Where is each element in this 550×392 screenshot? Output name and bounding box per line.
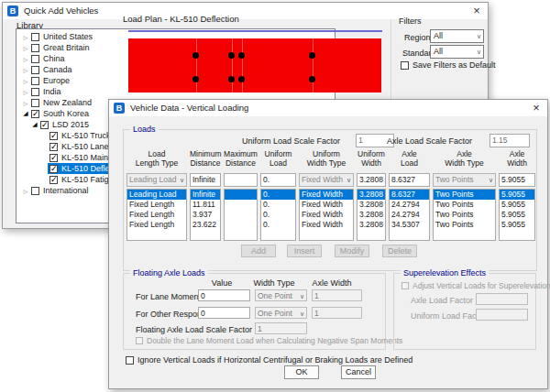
save-filters-checkbox[interactable]	[401, 61, 409, 70]
grid-cell[interactable]: Fixed Length	[127, 220, 186, 230]
region-value: All	[434, 31, 443, 40]
axle-dot	[238, 52, 245, 59]
grid-cell[interactable]	[225, 220, 257, 230]
tree-checkbox[interactable]: ✓	[40, 121, 49, 129]
ignore-vertical-loads-checkbox[interactable]	[126, 356, 134, 365]
grid-cell[interactable]: 24.2794	[390, 210, 429, 220]
grid-cell[interactable]	[225, 190, 257, 200]
grid-cell[interactable]: 3.2808	[358, 210, 385, 220]
grid-cell[interactable]: Fixed Width	[300, 190, 353, 200]
edit-row-combobox[interactable]: Fixed Width∨	[299, 173, 354, 187]
axle-scale-label: Axle Load Scale Factor	[373, 136, 472, 146]
expand-arrow-icon[interactable]: ▷	[22, 56, 29, 62]
save-filters-label: Save Filters as Default	[412, 60, 496, 70]
insert-button: Insert	[287, 245, 322, 257]
other-responses-value-input[interactable]: 0	[198, 307, 250, 319]
tree-checkbox[interactable]: ✓	[31, 110, 39, 118]
tree-checkbox[interactable]	[31, 66, 39, 74]
grid-cell[interactable]: Fixed Width	[300, 220, 353, 230]
tree-checkbox[interactable]	[31, 55, 39, 63]
superelevation-group: Superelevation Effects Adjust Vertical L…	[393, 273, 536, 350]
tree-item-core: ✓LSD 2015	[38, 119, 91, 130]
expand-arrow-icon[interactable]: ▷	[22, 89, 29, 95]
grid-cell[interactable]: Fixed Length	[127, 210, 186, 220]
grid-cell[interactable]: Two Points	[434, 210, 495, 220]
grid-cell[interactable]: Leading Load	[127, 190, 186, 200]
tree-checkbox[interactable]: ✓	[50, 154, 58, 162]
region-select[interactable]: All ∨	[430, 29, 484, 43]
expand-arrow-icon[interactable]: ▷	[22, 34, 29, 40]
grid-cell[interactable]: 5.9055	[500, 200, 534, 210]
grid-cell[interactable]: 0.	[261, 220, 295, 230]
grid-cell[interactable]: 5.9055	[500, 210, 534, 220]
grid-cell[interactable]: 8.6327	[390, 190, 429, 200]
tree-checkbox[interactable]: ✓	[50, 143, 58, 151]
tree-checkbox[interactable]: ✓	[50, 176, 58, 184]
tree-checkbox[interactable]	[31, 187, 39, 195]
grid-cell[interactable]: Fixed Width	[300, 210, 353, 220]
grid-cell[interactable]: Fixed Length	[127, 200, 186, 210]
grid-cell[interactable]: 3.2808	[358, 190, 385, 200]
grid-cell[interactable]: Two Points	[434, 200, 495, 210]
grid-cell[interactable]: 11.811	[191, 200, 220, 210]
edit-row-field[interactable]: 5.9055	[499, 173, 535, 187]
grid-cell[interactable]: 24.2794	[390, 200, 429, 210]
grid-cell[interactable]: 0.	[261, 190, 295, 200]
grid-cell[interactable]: 3.2808	[358, 200, 385, 210]
grid-cell[interactable]: 0.	[261, 210, 295, 220]
edit-row-field[interactable]: 0.	[260, 173, 296, 187]
edit-row-field[interactable]: 3.2808	[357, 173, 386, 187]
other-responses-width-type-select: One Point ∨	[255, 307, 307, 319]
expand-arrow-icon[interactable]: ▷	[22, 78, 29, 84]
close-icon[interactable]: ×	[530, 102, 543, 114]
ok-button[interactable]: OK	[284, 365, 319, 379]
close-icon[interactable]: ×	[470, 5, 483, 17]
tree-checkbox[interactable]	[31, 44, 39, 52]
grid-cell[interactable]	[225, 200, 257, 210]
tree-checkbox[interactable]	[31, 99, 39, 107]
collapse-arrow-icon[interactable]: ◢	[31, 121, 38, 128]
expand-arrow-icon[interactable]: ▷	[22, 67, 29, 73]
grid-cell[interactable]: Two Points	[434, 220, 495, 230]
cancel-button[interactable]: Cancel	[341, 365, 376, 379]
edit-row-field[interactable]: Infinite	[190, 173, 221, 187]
expand-arrow-icon[interactable]: ▷	[22, 45, 29, 51]
lane-moments-value-input[interactable]: 0	[198, 289, 250, 301]
grid-cell[interactable]: 3.2808	[358, 220, 385, 230]
grid-cell[interactable]: Two Points	[434, 190, 495, 200]
axle-scale-input[interactable]: 1.15	[490, 134, 530, 147]
tree-label: Great Britain	[43, 43, 90, 52]
expand-arrow-icon[interactable]: ▷	[22, 188, 29, 194]
load-plan-diagram	[128, 38, 381, 93]
grid-cell[interactable]: 0.	[261, 200, 295, 210]
standard-select[interactable]: All ∨	[430, 45, 484, 59]
tree-checkbox[interactable]: ✓	[50, 165, 58, 173]
expand-arrow-icon[interactable]: ▷	[22, 100, 29, 106]
grid-column: Two PointsTwo PointsTwo PointsTwo Points	[433, 189, 496, 241]
tree-item-core: ✓KL-510 Truck	[48, 130, 113, 141]
grid-cell[interactable]: 3.937	[191, 210, 220, 220]
edit-row-combobox[interactable]: Leading Load∨	[126, 173, 187, 187]
grid-cell[interactable]: Infinite	[191, 190, 220, 200]
grid-cell[interactable]: 34.5307	[390, 220, 429, 230]
load-table: Leading LoadFixed LengthFixed LengthFixe…	[126, 189, 538, 241]
edit-row-combobox[interactable]: Two Points∨	[433, 173, 496, 187]
edit-row-field[interactable]	[224, 173, 258, 187]
vehicle-data-dialog: B Vehicle Data - Vertical Loading × Load…	[108, 99, 548, 389]
tree-checkbox[interactable]	[31, 77, 39, 85]
grid-cell[interactable]: 5.9055	[500, 220, 534, 230]
tree-checkbox[interactable]	[31, 88, 39, 96]
grid-column	[224, 189, 258, 241]
grid-cell[interactable]: 5.9055	[500, 190, 534, 200]
tree-label: Canada	[43, 65, 72, 74]
tree-checkbox[interactable]	[31, 33, 39, 41]
column-header: UniformWidth Type	[299, 149, 354, 168]
collapse-arrow-icon[interactable]: ◢	[22, 110, 29, 117]
grid-cell[interactable]	[225, 210, 257, 220]
grid-cell[interactable]: Fixed Width	[300, 200, 353, 210]
edit-row-field[interactable]: 8.6327	[389, 173, 430, 187]
uniform-load-factor-input	[476, 309, 528, 321]
grid-cell[interactable]: 23.622	[191, 220, 220, 230]
tree-checkbox[interactable]: ✓	[50, 132, 58, 140]
standard-value: All	[434, 47, 443, 56]
